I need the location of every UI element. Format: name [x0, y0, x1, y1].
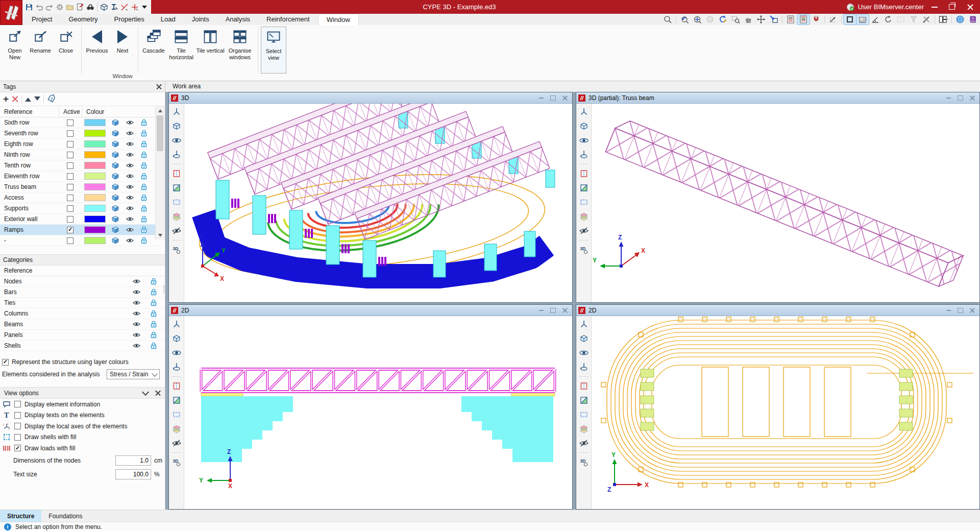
open-icon[interactable]: [65, 2, 75, 12]
rotate-pivot-icon[interactable]: [170, 361, 183, 373]
layers-icon[interactable]: [170, 210, 183, 223]
category-row-shells[interactable]: Shells: [0, 341, 165, 351]
tag-active-checkbox[interactable]: [67, 227, 74, 233]
tag-colour-swatch[interactable]: [84, 130, 106, 137]
lock-icon[interactable]: [137, 151, 151, 158]
close-icon[interactable]: [968, 307, 976, 314]
tag-row-supports[interactable]: Supports: [0, 203, 165, 214]
tag-colour-swatch[interactable]: [84, 119, 106, 126]
text-size-input[interactable]: [115, 469, 151, 479]
menu-properties[interactable]: Properties: [106, 14, 153, 25]
layer-cube-icon[interactable]: [108, 119, 122, 126]
tag-colour-swatch[interactable]: [84, 140, 106, 148]
viewport-canvas-3d-partial[interactable]: Z Y X: [592, 104, 979, 302]
layer-cube-icon[interactable]: [108, 183, 122, 190]
app-restore-button[interactable]: [943, 0, 961, 14]
visibility-eye-icon[interactable]: [128, 300, 145, 305]
layer-cube-icon[interactable]: [108, 205, 122, 212]
section-box-icon[interactable]: [170, 196, 183, 208]
menu-geometry[interactable]: Geometry: [60, 14, 106, 25]
close-window-button[interactable]: Close: [53, 27, 79, 54]
lock-icon[interactable]: [137, 237, 151, 244]
tag-row-eighth-row[interactable]: Eighth row: [0, 139, 165, 150]
menu-load[interactable]: Load: [153, 14, 184, 25]
section-box-icon[interactable]: [578, 408, 590, 421]
maximize-icon[interactable]: [549, 307, 557, 314]
export-icon[interactable]: [76, 2, 85, 12]
visibility-eye-icon[interactable]: [128, 322, 145, 327]
previous-button[interactable]: Previous: [84, 27, 110, 54]
menu-project[interactable]: Project: [23, 14, 60, 25]
lock-icon[interactable]: [137, 226, 151, 233]
local-axes-checkbox[interactable]: [14, 423, 21, 429]
angle-icon[interactable]: [869, 14, 881, 25]
visibility-eye-icon[interactable]: [122, 120, 137, 125]
panel-splitter-handle[interactable]: [163, 285, 164, 293]
move-icon[interactable]: [755, 14, 767, 25]
tag-active-checkbox[interactable]: [67, 205, 74, 212]
rotate-pivot-icon[interactable]: [578, 149, 590, 161]
visibility-eye-icon[interactable]: [128, 311, 145, 316]
zoom-window-icon[interactable]: [729, 14, 742, 25]
view-3d-cube-icon[interactable]: [170, 332, 183, 345]
configuration-icon[interactable]: [55, 2, 64, 12]
visibility-eye-icon[interactable]: [128, 279, 145, 284]
visibility-eye-icon[interactable]: [122, 174, 137, 179]
tag-colour-swatch[interactable]: [84, 162, 106, 169]
tag-active-checkbox[interactable]: [67, 119, 74, 126]
category-row-nodes[interactable]: Nodes: [0, 276, 165, 287]
search-icon[interactable]: [662, 14, 674, 25]
more-dropdown-icon[interactable]: [140, 2, 149, 12]
delete-tag-icon[interactable]: [12, 96, 18, 103]
select-view-button[interactable]: Select view: [261, 27, 286, 74]
category-row-panels[interactable]: Panels: [0, 330, 165, 341]
lock-icon[interactable]: [145, 299, 162, 306]
viewport-canvas-3d[interactable]: Z Y X: [184, 104, 572, 302]
menu-window[interactable]: Window: [318, 14, 359, 25]
scrollbar-thumb[interactable]: [157, 115, 163, 151]
shells-fill-checkbox[interactable]: [14, 434, 21, 441]
lock-icon[interactable]: [145, 331, 162, 339]
axes-red-icon[interactable]: [130, 2, 139, 12]
tag-active-checkbox[interactable]: [67, 237, 74, 244]
maximize-icon[interactable]: [956, 307, 965, 314]
view-3d-settings-icon[interactable]: [578, 456, 590, 468]
scroll-down-icon[interactable]: [156, 231, 165, 239]
orbit-icon[interactable]: [170, 347, 183, 359]
visibility-eye-icon[interactable]: [128, 343, 145, 348]
lock-icon[interactable]: [145, 278, 162, 285]
window-title-bar[interactable]: 2D: [576, 305, 979, 316]
tag-row-access[interactable]: Access: [0, 192, 165, 203]
visibility-eye-icon[interactable]: [122, 227, 137, 232]
hide-elements-icon[interactable]: [578, 225, 590, 237]
tag-row-dash[interactable]: -: [0, 235, 165, 246]
tag-row-ramps[interactable]: Ramps: [0, 225, 165, 235]
tag-row-seventh-row[interactable]: Seventh row: [0, 128, 165, 139]
layer-cube-icon[interactable]: [108, 194, 122, 201]
redo-icon[interactable]: [45, 2, 54, 12]
viewport-canvas-2d-plan[interactable]: Y X Z: [592, 316, 979, 509]
layer-cube-icon[interactable]: [108, 226, 122, 233]
layers-icon[interactable]: [578, 210, 590, 223]
orbit-icon[interactable]: [170, 134, 183, 147]
lock-icon[interactable]: [137, 183, 151, 190]
visibility-eye-icon[interactable]: [122, 152, 137, 157]
lock-icon[interactable]: [137, 140, 151, 148]
view-3d-icon[interactable]: [100, 2, 109, 12]
hide-elements-icon[interactable]: [170, 437, 183, 449]
category-row-ties[interactable]: Ties: [0, 298, 165, 308]
tag-row-truss-beam[interactable]: Truss beam: [0, 182, 165, 192]
lock-icon[interactable]: [145, 288, 162, 296]
save-icon[interactable]: [24, 2, 34, 12]
tag-active-checkbox[interactable]: [67, 141, 74, 148]
dxf-import-icon[interactable]: [785, 14, 797, 25]
cascade-button[interactable]: Cascade: [141, 27, 166, 54]
menu-analysis[interactable]: Analysis: [217, 14, 258, 25]
orbit-icon[interactable]: [578, 347, 590, 359]
view-3d-cube-icon[interactable]: [578, 120, 590, 132]
viewport-canvas-2d-elevation[interactable]: Z Y X: [184, 316, 572, 509]
element-information-checkbox[interactable]: [14, 401, 21, 407]
layer-colours-checkbox[interactable]: [2, 359, 9, 366]
tag-active-checkbox[interactable]: [67, 162, 74, 169]
lock-icon[interactable]: [137, 205, 151, 212]
